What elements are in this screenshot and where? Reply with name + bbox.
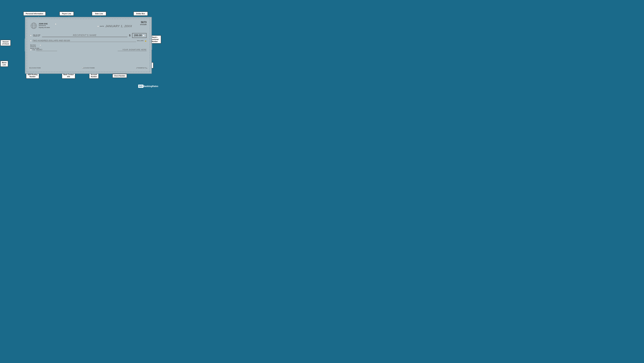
memo-text: MEMO	[36, 49, 57, 51]
label-memo-line: MemoLine	[0, 61, 8, 67]
label-amount-of-check: Amountof Check	[0, 40, 11, 46]
personal-info-text: JOHN DOE 123 First St. AnyCity, US 10101	[39, 23, 50, 28]
label-check-number: Check Number	[112, 74, 127, 78]
bank-info-dot	[40, 45, 41, 46]
date-dot	[98, 26, 99, 27]
micr-account: ⑆1234567890⑆	[82, 67, 94, 69]
amount-dot	[143, 35, 144, 36]
payee-dot	[30, 35, 32, 36]
label-dollar-box: Dollar Box	[134, 12, 148, 16]
label-date-line: Date Line	[92, 12, 106, 16]
fractional-number: 19-2/1250	[140, 24, 146, 25]
signature-text: YOUR SIGNATURE HERE	[118, 49, 146, 51]
lock-icon: 🔒	[145, 40, 146, 42]
personal-info-area: JOHN DOE 123 First St. AnyCity, US 10101	[30, 22, 50, 30]
check: 5673 19-2/1250 JOHN DOE 123 First St. An…	[25, 17, 152, 74]
micr-line: ⑆123456789⑆ ⑆1234567890⑆ ⑇7890⑈5673⑉	[29, 67, 147, 69]
branding: GO BankingRates	[138, 84, 158, 88]
bank-name: Bank Name	[30, 44, 39, 46]
globe-icon	[30, 22, 38, 30]
go-label: GO	[138, 84, 143, 88]
dollar-box: 200.00	[132, 33, 146, 38]
dollar-sign: $	[129, 34, 130, 37]
account-holder-address2: AnyCity, US 10101	[39, 27, 50, 28]
account-holder-address1: 123 First St.	[39, 25, 50, 27]
recipient-name: RECIPIENT'S NAME	[42, 34, 128, 37]
account-dot	[82, 67, 83, 68]
banking-rates-label: BankingRates	[143, 85, 158, 88]
dollars-label: DOLLARS	[137, 40, 144, 41]
label-personal-information: Personal Information	[23, 12, 46, 16]
for-label: FOR	[32, 49, 35, 50]
personal-info-dot	[55, 24, 56, 25]
amount-value: 200.00	[134, 34, 142, 37]
written-amount-text: TWO HUNDRED DOLLARS AND 00/100	[32, 40, 136, 42]
check-number-area: 5673 19-2/1250	[140, 21, 146, 25]
micr-routing: ⑆123456789⑆	[29, 67, 40, 69]
account-holder-name: JOHN DOE	[39, 23, 50, 25]
micr-check: ⑇7890⑈5673⑉	[136, 67, 147, 69]
memo-dot	[30, 49, 32, 50]
bank-info-area: Bank Name 123 First St. AnyCity, US 1010…	[30, 44, 39, 49]
bank-address1: 123 First St.	[30, 46, 39, 48]
check-number: 5673	[140, 21, 146, 24]
check-inner: 5673 19-2/1250 JOHN DOE 123 First St. An…	[27, 18, 150, 72]
memo-line-area: FOR MEMO YOUR SIGNATURE HERE	[30, 49, 146, 51]
pay-to-area: PAY TO THEORDER OF RECIPIENT'S NAME $ 20…	[30, 33, 146, 38]
date-label: DATE	[100, 26, 104, 27]
pay-to-label: PAY TO THEORDER OF	[33, 34, 40, 36]
written-amount-area: TWO HUNDRED DOLLARS AND 00/100 DOLLARS 🔒	[30, 40, 146, 42]
label-payee-line: Payee Line	[60, 12, 74, 16]
date-area: DATE JANUARY 1, 20XX	[98, 24, 132, 28]
date-value: JANUARY 1, 20XX	[105, 24, 132, 28]
written-amount-dot	[30, 40, 32, 42]
